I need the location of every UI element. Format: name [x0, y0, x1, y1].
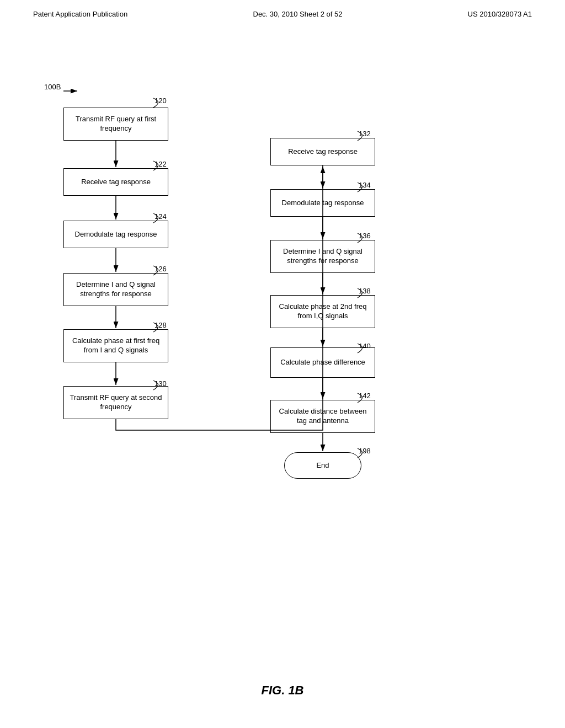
ref-128: 128	[154, 321, 167, 329]
box-122: Receive tag response	[63, 168, 168, 196]
box-134: Demodulate tag response	[270, 189, 375, 217]
diagram-label: 100B	[44, 83, 61, 91]
box-124: Demodulate tag response	[63, 221, 168, 248]
box-138: Calculate phase at 2nd freq from I,Q sig…	[270, 295, 375, 328]
box-128: Calculate phase at first freq from I and…	[63, 329, 168, 362]
ref-132: 132	[359, 130, 371, 138]
ref-198: 198	[359, 447, 371, 455]
ref-134: 134	[359, 181, 371, 189]
box-126: Determine I and Q signal strengths for r…	[63, 273, 168, 306]
box-136: Determine I and Q signal strengths for r…	[270, 240, 375, 273]
ref-124: 124	[154, 212, 167, 221]
box-140: Calculate phase difference	[270, 347, 375, 378]
ref-142: 142	[359, 392, 371, 400]
ref-122: 122	[154, 160, 167, 168]
header-left: Patent Application Publication	[33, 10, 127, 18]
box-142: Calculate distance between tag and anten…	[270, 400, 375, 433]
ref-136: 136	[359, 232, 371, 240]
ref-126: 126	[154, 265, 167, 273]
box-130: Transmit RF query at second frequency	[63, 386, 168, 419]
box-120: Transmit RF query at first frequency	[63, 108, 168, 141]
header-center: Dec. 30, 2010 Sheet 2 of 52	[253, 10, 343, 18]
ref-120: 120	[154, 97, 167, 105]
ref-138: 138	[359, 287, 371, 295]
header-right: US 2010/328073 A1	[468, 10, 532, 18]
box-end: End	[284, 452, 361, 479]
box-132: Receive tag response	[270, 138, 375, 165]
fig-label: FIG. 1B	[261, 683, 303, 698]
